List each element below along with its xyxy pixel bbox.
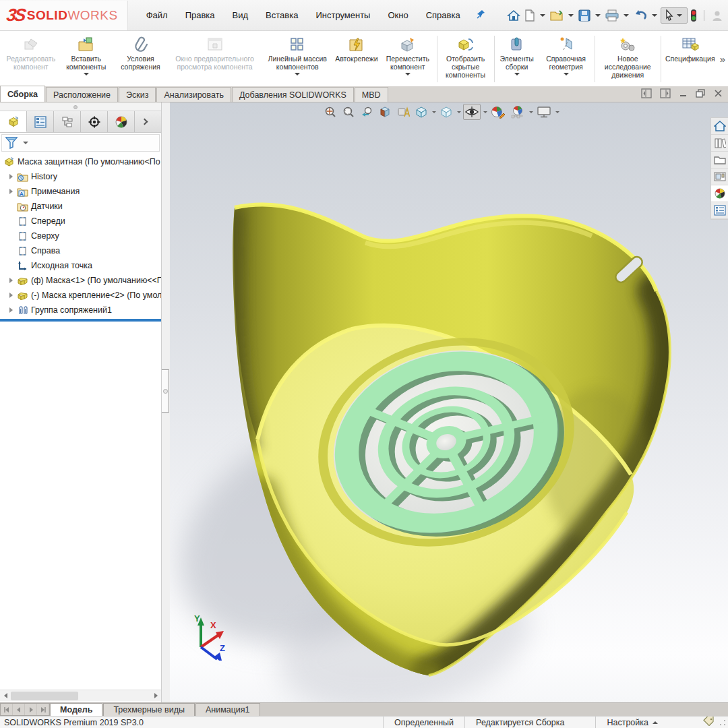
annotation-views-button[interactable] bbox=[395, 104, 411, 120]
design-library-tab[interactable] bbox=[711, 135, 728, 152]
reference-geometry-dropdown[interactable] bbox=[564, 73, 569, 75]
tab-3d-views[interactable]: Трехмерные виды bbox=[103, 703, 195, 716]
undo-button[interactable] bbox=[632, 7, 648, 24]
expand-arrow-icon[interactable] bbox=[5, 189, 16, 194]
insert-components-dropdown[interactable] bbox=[84, 73, 89, 75]
select-tool-button[interactable] bbox=[661, 7, 688, 24]
new-motion-study-button[interactable]: Новое исследование движения bbox=[596, 33, 660, 85]
tab-dimxpert-manager[interactable] bbox=[81, 111, 108, 132]
view-orientation-button[interactable] bbox=[413, 104, 429, 120]
menu-insert[interactable]: Вставка bbox=[257, 6, 307, 24]
new-document-button[interactable] bbox=[523, 7, 537, 24]
zoom-to-area-button[interactable] bbox=[340, 104, 357, 120]
mate-button[interactable]: Условия сопряжения bbox=[113, 33, 169, 85]
tree-item-mask-mount-part[interactable]: (-) Маска крепление<2> (По умол bbox=[0, 288, 161, 303]
display-style-button[interactable] bbox=[438, 104, 454, 120]
rollback-bar[interactable] bbox=[0, 319, 161, 322]
appearances-scenes-tab[interactable] bbox=[711, 185, 728, 202]
custom-properties-tab[interactable] bbox=[711, 202, 728, 219]
file-explorer-tab[interactable] bbox=[711, 152, 728, 169]
view-settings-dropdown[interactable] bbox=[555, 111, 559, 113]
tree-item-right-plane[interactable]: Справа bbox=[0, 243, 161, 258]
section-view-button[interactable] bbox=[377, 104, 393, 120]
tab-feature-manager[interactable] bbox=[0, 111, 27, 132]
performance-indicator-icon[interactable] bbox=[689, 7, 698, 24]
pane-right-button[interactable] bbox=[660, 88, 671, 100]
expand-arrow-icon[interactable] bbox=[5, 174, 16, 179]
first-tab-button[interactable] bbox=[1, 704, 13, 715]
tree-item-history[interactable]: History bbox=[0, 169, 161, 184]
tab-evaluate[interactable]: Анализировать bbox=[156, 87, 231, 102]
menu-tools[interactable]: Инструменты bbox=[307, 6, 379, 24]
tab-property-manager[interactable] bbox=[27, 111, 54, 132]
resources-tab[interactable] bbox=[711, 118, 728, 135]
tree-item-mates-group[interactable]: Группа сопряжений1 bbox=[0, 303, 161, 317]
open-dropdown[interactable] bbox=[568, 14, 574, 17]
scroll-left-arrow[interactable] bbox=[0, 691, 11, 701]
tab-animation1[interactable]: Анимация1 bbox=[195, 703, 260, 716]
insert-components-button[interactable]: Вставить компоненты bbox=[59, 33, 113, 85]
assembly-features-dropdown[interactable] bbox=[514, 73, 520, 75]
doc-restore-button[interactable] bbox=[696, 89, 706, 100]
tab-display-manager[interactable] bbox=[108, 111, 135, 132]
tab-configuration-manager[interactable] bbox=[54, 111, 81, 132]
panel-tabs-overflow-arrow[interactable] bbox=[135, 111, 154, 132]
customize-status-button[interactable]: Настройка bbox=[595, 717, 669, 728]
tree-item-top-plane[interactable]: Сверху bbox=[0, 229, 161, 243]
zoom-to-fit-button[interactable] bbox=[322, 104, 338, 120]
expand-arrow-icon[interactable] bbox=[5, 307, 16, 313]
hide-show-items-button[interactable] bbox=[463, 104, 481, 120]
view-settings-button[interactable] bbox=[535, 104, 553, 120]
expand-arrow-icon[interactable] bbox=[5, 293, 16, 298]
menu-file[interactable]: Файл bbox=[138, 6, 177, 24]
open-button[interactable] bbox=[549, 7, 565, 24]
tree-item-front-plane[interactable]: Спереди bbox=[0, 214, 161, 229]
prev-tab-button[interactable] bbox=[13, 704, 25, 715]
print-dropdown[interactable] bbox=[624, 14, 629, 17]
next-tab-button[interactable] bbox=[25, 704, 37, 715]
filter-dropdown[interactable] bbox=[23, 142, 28, 144]
view-palette-tab[interactable] bbox=[711, 169, 728, 185]
apply-scene-dropdown[interactable] bbox=[529, 111, 533, 113]
menu-help[interactable]: Справка bbox=[417, 6, 469, 24]
new-document-dropdown[interactable] bbox=[540, 14, 545, 17]
previous-view-button[interactable] bbox=[359, 104, 375, 120]
hide-show-items-dropdown[interactable] bbox=[483, 111, 487, 113]
move-component-dropdown[interactable] bbox=[405, 73, 411, 75]
show-hidden-components-button[interactable]: Отобразить скрытые компоненты bbox=[438, 33, 493, 85]
tree-root-assembly[interactable]: Маска защитная (По умолчанию<По bbox=[0, 154, 161, 169]
tag-icon[interactable] bbox=[702, 717, 715, 728]
panel-collapse-dot[interactable] bbox=[73, 105, 78, 109]
tree-item-annotations[interactable]: A Примечания bbox=[0, 184, 161, 199]
graphics-viewport[interactable]: Y X Z bbox=[170, 102, 728, 702]
save-button[interactable] bbox=[577, 7, 592, 24]
move-component-button[interactable]: Переместить компонент bbox=[380, 33, 436, 85]
tab-model[interactable]: Модель bbox=[50, 703, 102, 716]
tab-addins[interactable]: Добавления SOLIDWORKS bbox=[232, 87, 354, 102]
linear-component-pattern-button[interactable]: Линейный массив компонентов bbox=[262, 33, 334, 85]
last-tab-button[interactable] bbox=[37, 704, 49, 715]
expand-arrow-icon[interactable] bbox=[5, 278, 16, 283]
component-preview-window-button[interactable]: Окно предварительного просмотра компонен… bbox=[168, 33, 261, 85]
user-login-button[interactable] bbox=[710, 7, 725, 24]
edit-component-button[interactable]: Редактировать компонент bbox=[3, 33, 59, 85]
resize-grip[interactable] bbox=[719, 719, 727, 727]
assembly-features-button[interactable]: Элементы сборки bbox=[495, 33, 538, 85]
tree-filter[interactable] bbox=[1, 134, 160, 152]
panel-collapse-tab[interactable] bbox=[162, 369, 169, 413]
display-style-dropdown[interactable] bbox=[457, 111, 461, 113]
linear-pattern-dropdown[interactable] bbox=[295, 73, 300, 75]
reference-geometry-button[interactable]: Справочная геометрия bbox=[539, 33, 594, 85]
tree-item-mask-part[interactable]: (ф) Маска<1> (По умолчанию<<П bbox=[0, 273, 161, 288]
undo-dropdown[interactable] bbox=[652, 14, 657, 17]
home-button[interactable] bbox=[506, 7, 522, 24]
menu-window[interactable]: Окно bbox=[379, 6, 417, 24]
menu-edit[interactable]: Правка bbox=[177, 6, 224, 24]
tree-horizontal-scrollbar[interactable] bbox=[0, 690, 161, 701]
tree-item-sensors[interactable]: Датчики bbox=[0, 199, 161, 214]
bill-of-materials-button[interactable]: Спецификация bbox=[662, 33, 719, 85]
tab-sketch[interactable]: Эскиз bbox=[119, 87, 156, 102]
view-orientation-dropdown[interactable] bbox=[432, 111, 436, 113]
panel-splitter[interactable] bbox=[162, 102, 170, 702]
tab-layout[interactable]: Расположение bbox=[46, 87, 118, 102]
